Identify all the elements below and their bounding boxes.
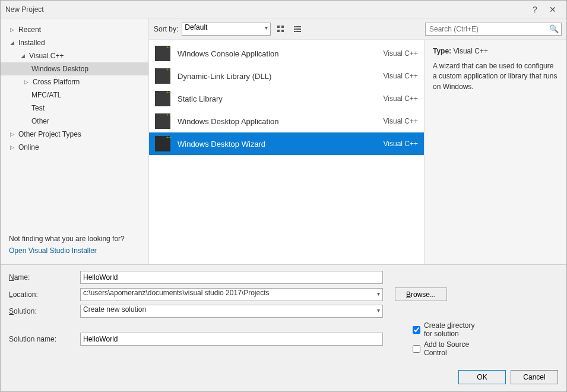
template-icon [155,46,170,61]
sidebar-label: Recent [18,26,41,34]
sidebar-item-online[interactable]: Online [1,141,148,154]
svg-rect-3 [281,30,284,32]
solution-combo[interactable]: Create new solution [80,305,383,318]
sidebar-label: Installed [18,39,45,47]
create-directory-check[interactable]: Create directory for solution [413,321,484,338]
template-item[interactable]: Dynamic-Link Library (DLL)Visual C++ [149,65,424,87]
new-project-dialog: New Project ? ✕ Recent Installed Visual … [0,0,567,392]
main-area: Recent Installed Visual C++ Windows Desk… [1,18,566,264]
dialog-title: New Project [5,5,526,14]
template-list: Windows Console ApplicationVisual C++Dyn… [149,40,424,264]
sort-by-value: Default [185,23,207,31]
template-label: Dynamic-Link Library (DLL) [178,72,384,81]
center-column: Sort by: Default 🔍 Windows Console Appli… [149,18,566,264]
sidebar-footer: Not finding what you are looking for? Op… [1,229,148,264]
chevron-down-icon [10,40,16,46]
chevron-right-icon [10,131,16,137]
template-label: Windows Console Application [178,49,384,58]
svg-rect-0 [277,26,280,28]
help-button[interactable]: ? [526,5,544,14]
chevron-right-icon [24,79,30,85]
create-directory-checkbox[interactable] [413,325,420,334]
sidebar-item-windows-desktop[interactable]: Windows Desktop [1,62,148,75]
sidebar-label: Visual C++ [29,52,64,60]
chevron-down-icon [21,53,27,59]
not-finding-text: Not finding what you are looking for? [9,235,140,243]
sort-by-select[interactable]: Default [182,23,271,36]
sidebar-label: Windows Desktop [31,65,88,73]
template-item[interactable]: Windows Desktop ApplicationVisual C++ [149,110,424,132]
titlebar: New Project ? ✕ [1,1,566,18]
toolbar: Sort by: Default 🔍 [149,18,566,40]
location-combo[interactable]: c:\users\apomeranz\documents\visual stud… [80,288,383,301]
chevron-right-icon [10,144,16,150]
template-item[interactable]: Windows Console ApplicationVisual C++ [149,42,424,65]
sidebar-item-other[interactable]: Other [1,115,148,128]
template-item[interactable]: Static LibraryVisual C++ [149,87,424,110]
template-lang: Visual C++ [384,72,418,80]
template-lang: Visual C++ [384,140,418,148]
grid-icon [277,25,285,33]
svg-rect-1 [281,26,284,28]
template-icon [155,68,170,84]
svg-rect-8 [294,31,296,32]
template-icon [155,136,170,151]
template-icon [155,113,170,129]
svg-rect-4 [294,26,296,27]
sidebar-item-installed[interactable]: Installed [1,36,148,49]
sidebar-item-test[interactable]: Test [1,102,148,115]
open-installer-link[interactable]: Open Visual Studio Installer [9,243,140,255]
desc-type-label: Type: [433,47,451,55]
sort-by-label: Sort by: [154,25,178,33]
close-button[interactable]: ✕ [544,5,562,14]
search-input[interactable] [428,24,549,34]
svg-rect-6 [294,29,296,30]
source-control-checkbox[interactable] [413,344,420,353]
solution-name-label: Solution name: [9,335,80,343]
sidebar-item-other-project-types[interactable]: Other Project Types [1,128,148,141]
sidebar-label: MFC/ATL [31,91,61,99]
location-value: c:\users\apomeranz\documents\visual stud… [83,289,270,297]
button-bar: OK Cancel [1,365,566,391]
view-small-icons-button[interactable] [274,23,287,36]
chevron-right-icon [10,27,16,33]
sidebar-item-visual-cpp[interactable]: Visual C++ [1,49,148,62]
template-item[interactable]: Windows Desktop WizardVisual C++ [149,132,424,155]
template-lang: Visual C++ [384,49,418,58]
sidebar-item-mfc-atl[interactable]: MFC/ATL [1,88,148,102]
solution-label: Solution: [9,307,80,315]
name-input[interactable] [80,271,383,284]
sidebar-label: Online [18,143,39,151]
create-directory-label: Create directory for solution [424,321,484,338]
sidebar-item-recent[interactable]: Recent [1,23,148,36]
list-icon [293,25,302,33]
cancel-button[interactable]: Cancel [511,370,558,384]
template-label: Static Library [178,94,384,103]
svg-rect-9 [296,31,301,32]
sidebar-item-cross-platform[interactable]: Cross Platform [1,75,148,88]
ok-button[interactable]: OK [458,370,506,384]
solution-value: Create new solution [83,305,146,314]
svg-rect-2 [277,30,280,32]
sidebar-label: Other Project Types [18,130,81,138]
svg-rect-7 [296,29,301,30]
name-label: Name: [9,273,80,282]
desc-type-value: Visual C++ [453,47,487,55]
template-label: Windows Desktop Wizard [178,140,384,148]
solution-name-input[interactable] [80,333,383,346]
source-control-label: Add to Source Control [424,340,484,357]
template-label: Windows Desktop Application [178,117,384,126]
form-area: Name: Location: c:\users\apomeranz\docum… [1,264,566,365]
template-lang: Visual C++ [384,117,418,125]
sidebar-label: Cross Platform [33,78,80,86]
search-icon[interactable]: 🔍 [549,24,559,33]
sidebar: Recent Installed Visual C++ Windows Desk… [1,18,149,264]
search-box[interactable]: 🔍 [425,23,562,36]
source-control-check[interactable]: Add to Source Control [413,340,484,357]
sidebar-label: Test [31,104,45,112]
desc-text: A wizard that can be used to configure a… [433,61,558,92]
browse-button[interactable]: Browse... [395,287,447,301]
template-icon [155,91,170,106]
view-details-button[interactable] [291,23,304,36]
middle-row: Windows Console ApplicationVisual C++Dyn… [149,40,566,264]
